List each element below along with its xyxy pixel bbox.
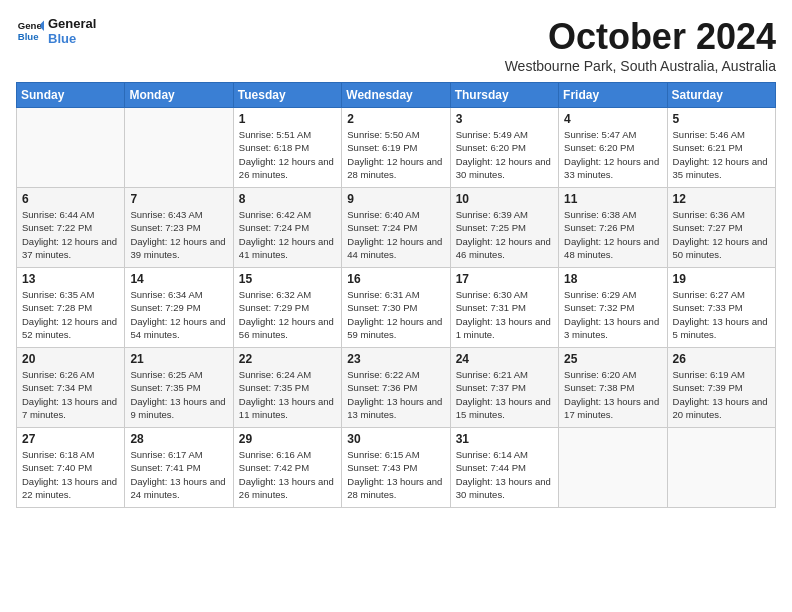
cell-info: Sunrise: 6:43 AM Sunset: 7:23 PM Dayligh… (130, 208, 227, 261)
logo: General Blue General Blue (16, 16, 96, 46)
day-number: 10 (456, 192, 553, 206)
day-number: 16 (347, 272, 444, 286)
calendar-cell: 17Sunrise: 6:30 AM Sunset: 7:31 PM Dayli… (450, 268, 558, 348)
logo-line2: Blue (48, 31, 96, 46)
cell-info: Sunrise: 5:49 AM Sunset: 6:20 PM Dayligh… (456, 128, 553, 181)
cell-info: Sunrise: 6:25 AM Sunset: 7:35 PM Dayligh… (130, 368, 227, 421)
day-number: 26 (673, 352, 770, 366)
calendar-cell: 18Sunrise: 6:29 AM Sunset: 7:32 PM Dayli… (559, 268, 667, 348)
title-block: October 2024 Westbourne Park, South Aust… (505, 16, 776, 74)
cell-info: Sunrise: 6:39 AM Sunset: 7:25 PM Dayligh… (456, 208, 553, 261)
day-header-monday: Monday (125, 83, 233, 108)
day-number: 24 (456, 352, 553, 366)
cell-info: Sunrise: 6:14 AM Sunset: 7:44 PM Dayligh… (456, 448, 553, 501)
week-row-2: 6Sunrise: 6:44 AM Sunset: 7:22 PM Daylig… (17, 188, 776, 268)
calendar-cell: 26Sunrise: 6:19 AM Sunset: 7:39 PM Dayli… (667, 348, 775, 428)
day-number: 31 (456, 432, 553, 446)
calendar-cell: 25Sunrise: 6:20 AM Sunset: 7:38 PM Dayli… (559, 348, 667, 428)
day-number: 11 (564, 192, 661, 206)
calendar-cell: 5Sunrise: 5:46 AM Sunset: 6:21 PM Daylig… (667, 108, 775, 188)
cell-info: Sunrise: 6:21 AM Sunset: 7:37 PM Dayligh… (456, 368, 553, 421)
cell-info: Sunrise: 6:18 AM Sunset: 7:40 PM Dayligh… (22, 448, 119, 501)
day-number: 7 (130, 192, 227, 206)
cell-info: Sunrise: 6:42 AM Sunset: 7:24 PM Dayligh… (239, 208, 336, 261)
day-number: 12 (673, 192, 770, 206)
calendar-cell: 12Sunrise: 6:36 AM Sunset: 7:27 PM Dayli… (667, 188, 775, 268)
svg-text:General: General (18, 20, 44, 31)
calendar-header-row: SundayMondayTuesdayWednesdayThursdayFrid… (17, 83, 776, 108)
calendar-cell: 31Sunrise: 6:14 AM Sunset: 7:44 PM Dayli… (450, 428, 558, 508)
calendar-cell: 19Sunrise: 6:27 AM Sunset: 7:33 PM Dayli… (667, 268, 775, 348)
cell-info: Sunrise: 6:38 AM Sunset: 7:26 PM Dayligh… (564, 208, 661, 261)
calendar-cell: 1Sunrise: 5:51 AM Sunset: 6:18 PM Daylig… (233, 108, 341, 188)
cell-info: Sunrise: 6:40 AM Sunset: 7:24 PM Dayligh… (347, 208, 444, 261)
day-number: 27 (22, 432, 119, 446)
logo-line1: General (48, 16, 96, 31)
calendar-body: 1Sunrise: 5:51 AM Sunset: 6:18 PM Daylig… (17, 108, 776, 508)
calendar-cell: 29Sunrise: 6:16 AM Sunset: 7:42 PM Dayli… (233, 428, 341, 508)
day-number: 1 (239, 112, 336, 126)
calendar-cell: 22Sunrise: 6:24 AM Sunset: 7:35 PM Dayli… (233, 348, 341, 428)
day-number: 18 (564, 272, 661, 286)
calendar-cell: 13Sunrise: 6:35 AM Sunset: 7:28 PM Dayli… (17, 268, 125, 348)
day-number: 5 (673, 112, 770, 126)
calendar-cell: 11Sunrise: 6:38 AM Sunset: 7:26 PM Dayli… (559, 188, 667, 268)
week-row-1: 1Sunrise: 5:51 AM Sunset: 6:18 PM Daylig… (17, 108, 776, 188)
calendar-cell: 23Sunrise: 6:22 AM Sunset: 7:36 PM Dayli… (342, 348, 450, 428)
day-number: 3 (456, 112, 553, 126)
cell-info: Sunrise: 6:26 AM Sunset: 7:34 PM Dayligh… (22, 368, 119, 421)
calendar-cell: 27Sunrise: 6:18 AM Sunset: 7:40 PM Dayli… (17, 428, 125, 508)
cell-info: Sunrise: 6:24 AM Sunset: 7:35 PM Dayligh… (239, 368, 336, 421)
calendar-cell: 6Sunrise: 6:44 AM Sunset: 7:22 PM Daylig… (17, 188, 125, 268)
day-number: 8 (239, 192, 336, 206)
cell-info: Sunrise: 5:46 AM Sunset: 6:21 PM Dayligh… (673, 128, 770, 181)
day-number: 2 (347, 112, 444, 126)
cell-info: Sunrise: 6:29 AM Sunset: 7:32 PM Dayligh… (564, 288, 661, 341)
day-number: 19 (673, 272, 770, 286)
day-number: 30 (347, 432, 444, 446)
cell-info: Sunrise: 5:51 AM Sunset: 6:18 PM Dayligh… (239, 128, 336, 181)
calendar-cell (559, 428, 667, 508)
day-number: 23 (347, 352, 444, 366)
cell-info: Sunrise: 6:19 AM Sunset: 7:39 PM Dayligh… (673, 368, 770, 421)
day-header-sunday: Sunday (17, 83, 125, 108)
calendar-cell: 10Sunrise: 6:39 AM Sunset: 7:25 PM Dayli… (450, 188, 558, 268)
cell-info: Sunrise: 6:34 AM Sunset: 7:29 PM Dayligh… (130, 288, 227, 341)
calendar-table: SundayMondayTuesdayWednesdayThursdayFrid… (16, 82, 776, 508)
day-number: 25 (564, 352, 661, 366)
logo-icon: General Blue (16, 17, 44, 45)
calendar-cell: 16Sunrise: 6:31 AM Sunset: 7:30 PM Dayli… (342, 268, 450, 348)
cell-info: Sunrise: 6:32 AM Sunset: 7:29 PM Dayligh… (239, 288, 336, 341)
location-subtitle: Westbourne Park, South Australia, Austra… (505, 58, 776, 74)
day-number: 21 (130, 352, 227, 366)
cell-info: Sunrise: 6:31 AM Sunset: 7:30 PM Dayligh… (347, 288, 444, 341)
calendar-cell: 28Sunrise: 6:17 AM Sunset: 7:41 PM Dayli… (125, 428, 233, 508)
calendar-cell: 7Sunrise: 6:43 AM Sunset: 7:23 PM Daylig… (125, 188, 233, 268)
calendar-cell: 14Sunrise: 6:34 AM Sunset: 7:29 PM Dayli… (125, 268, 233, 348)
day-number: 9 (347, 192, 444, 206)
day-header-thursday: Thursday (450, 83, 558, 108)
cell-info: Sunrise: 6:20 AM Sunset: 7:38 PM Dayligh… (564, 368, 661, 421)
day-number: 17 (456, 272, 553, 286)
day-header-tuesday: Tuesday (233, 83, 341, 108)
day-number: 13 (22, 272, 119, 286)
calendar-cell (125, 108, 233, 188)
day-number: 29 (239, 432, 336, 446)
cell-info: Sunrise: 6:16 AM Sunset: 7:42 PM Dayligh… (239, 448, 336, 501)
calendar-cell: 21Sunrise: 6:25 AM Sunset: 7:35 PM Dayli… (125, 348, 233, 428)
cell-info: Sunrise: 6:44 AM Sunset: 7:22 PM Dayligh… (22, 208, 119, 261)
cell-info: Sunrise: 6:30 AM Sunset: 7:31 PM Dayligh… (456, 288, 553, 341)
week-row-3: 13Sunrise: 6:35 AM Sunset: 7:28 PM Dayli… (17, 268, 776, 348)
calendar-cell: 9Sunrise: 6:40 AM Sunset: 7:24 PM Daylig… (342, 188, 450, 268)
week-row-4: 20Sunrise: 6:26 AM Sunset: 7:34 PM Dayli… (17, 348, 776, 428)
calendar-cell: 2Sunrise: 5:50 AM Sunset: 6:19 PM Daylig… (342, 108, 450, 188)
page-header: General Blue General Blue October 2024 W… (16, 16, 776, 74)
day-header-friday: Friday (559, 83, 667, 108)
cell-info: Sunrise: 6:15 AM Sunset: 7:43 PM Dayligh… (347, 448, 444, 501)
cell-info: Sunrise: 5:47 AM Sunset: 6:20 PM Dayligh… (564, 128, 661, 181)
calendar-cell: 20Sunrise: 6:26 AM Sunset: 7:34 PM Dayli… (17, 348, 125, 428)
svg-text:Blue: Blue (18, 31, 39, 42)
day-number: 20 (22, 352, 119, 366)
calendar-cell: 15Sunrise: 6:32 AM Sunset: 7:29 PM Dayli… (233, 268, 341, 348)
day-number: 4 (564, 112, 661, 126)
